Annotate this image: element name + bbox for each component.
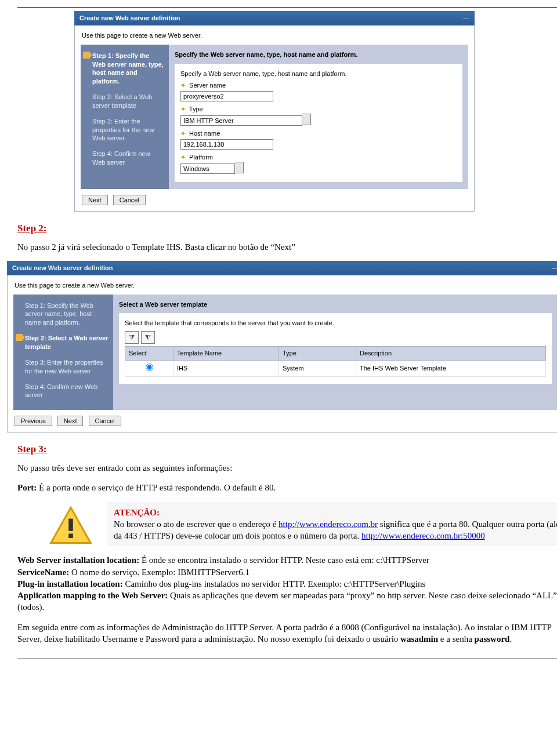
mapping-label: Application mapping to the Web Server: <box>17 591 168 600</box>
wizard2-steps-nav: Step 1: Specify the Web server name, typ… <box>13 295 113 410</box>
type-select[interactable] <box>180 115 302 126</box>
step2-text: No passo 2 já virá selecionado o Templat… <box>17 241 557 253</box>
wizard2-step3[interactable]: Step 3: Enter the properties for the new… <box>17 356 110 380</box>
wizard2-step1[interactable]: Step 1: Specify the Web server name, typ… <box>17 299 110 332</box>
wizard2-step4[interactable]: Step 4: Confirm new Web server <box>17 380 110 405</box>
port-text: É a porta onde o serviço de HTTP está re… <box>37 483 276 492</box>
plugin-label: Plug-in installation location: <box>17 579 123 588</box>
host-name-input[interactable] <box>180 139 273 150</box>
table-row: IHS System The IHS Web Server Template <box>125 361 546 377</box>
wizard2-section-sub: Select the template that corresponds to … <box>125 319 546 328</box>
step3-heading: Step 3: <box>17 443 557 456</box>
attention-text-1: No browser o ato de escrever que o ender… <box>114 519 278 529</box>
wizard1-section-sub: Specify a Web server name, type, host na… <box>180 70 457 78</box>
template-name: IHS <box>173 361 279 377</box>
platform-select[interactable] <box>180 163 235 174</box>
attention-link-1[interactable]: http://www.endereco.com.br <box>278 519 378 529</box>
server-name-label: Server name <box>189 82 226 89</box>
wizard2-step2[interactable]: Step 2: Select a Web server template <box>17 332 110 356</box>
th-description: Description <box>356 347 546 361</box>
svg-rect-1 <box>68 518 73 530</box>
next-button[interactable]: Next <box>57 416 84 426</box>
next-button[interactable]: Next <box>82 195 108 205</box>
cancel-button[interactable]: Cancel <box>89 416 121 426</box>
warning-icon <box>49 504 95 546</box>
cancel-button[interactable]: Cancel <box>113 195 146 205</box>
wizard1-title: Create new Web server definition <box>79 14 180 23</box>
wizard1-step4[interactable]: Step 4: Confirm new Web server <box>84 147 165 172</box>
service-label: ServiceName: <box>17 568 69 577</box>
wizard2-title: Create new Web server definition <box>12 264 113 272</box>
wizard1-step2[interactable]: Step 2: Select a Web server template <box>84 90 165 115</box>
attention-link-2[interactable]: http://www.endereco.com.br:50000 <box>361 531 485 540</box>
template-desc: The IHS Web Server Template <box>356 361 546 377</box>
wizard1-intro: Use this page to create a new Web server… <box>81 30 468 45</box>
chevron-down-icon[interactable] <box>235 162 244 173</box>
step3-port: Port: É a porta onde o serviço de HTTP e… <box>17 482 557 493</box>
admin-user: wasadmin <box>400 634 438 644</box>
wizard1-title-bar: Create new Web server definition — <box>74 11 475 26</box>
template-radio[interactable] <box>146 364 153 371</box>
template-type: System <box>279 361 356 377</box>
wizard2-main: Select a Web server template Select the … <box>113 295 557 410</box>
wizard2-intro: Use this page to create a new Web server… <box>13 280 557 295</box>
required-icon: ✦ <box>180 82 186 89</box>
template-table: Select Template Name Type Description IH… <box>125 346 546 377</box>
wizard1-step1[interactable]: Step 1: Specify the Web server name, typ… <box>84 49 165 90</box>
wsil-text: É onde se encontra instalado o servidor … <box>139 555 429 565</box>
th-type: Type <box>279 347 356 361</box>
th-template-name: Template Name <box>173 347 279 361</box>
port-label: Port: <box>17 483 37 492</box>
wizard-step1: Create new Web server definition — Use t… <box>74 11 475 212</box>
wizard-step2: Create new Web server definition — Use t… <box>7 261 557 432</box>
step2-heading: Step 2: <box>17 222 557 235</box>
wizard2-title-bar: Create new Web server definition — <box>7 261 557 275</box>
server-name-input[interactable] <box>180 91 273 101</box>
step3-admin: Em seguida entre com as informações de A… <box>17 621 557 645</box>
admin-text-2: e a senha <box>438 634 474 644</box>
platform-label: Platform <box>189 154 213 161</box>
clear-filter-icon[interactable]: ⧨ <box>141 331 155 344</box>
wsil-label: Web Server installation location: <box>17 555 139 565</box>
service-text: O nome do serviço. Exemplo: IBMHTTPServe… <box>69 568 249 577</box>
required-icon: ✦ <box>180 154 186 161</box>
type-label: Type <box>189 106 203 112</box>
attention-box: ATENÇÂO: No browser o ato de escrever qu… <box>17 502 557 547</box>
plugin-text: Caminho dos plug-ins instalados no servi… <box>123 579 426 588</box>
required-icon: ✦ <box>180 106 186 112</box>
minimize-icon[interactable]: — <box>552 264 557 272</box>
wizard2-section-head: Select a Web server template <box>119 299 552 312</box>
filter-icon[interactable]: ⧩ <box>125 331 139 344</box>
previous-button[interactable]: Previous <box>15 416 52 426</box>
wizard1-step3[interactable]: Step 3: Enter the properties for the new… <box>84 115 165 148</box>
admin-text-3: . <box>509 634 512 644</box>
wizard1-steps-nav: Step 1: Specify the Web server name, typ… <box>81 45 169 189</box>
minimize-icon[interactable]: — <box>463 14 469 23</box>
step3-details: Web Server installation location: É onde… <box>17 554 557 613</box>
admin-pass: password <box>475 634 510 644</box>
th-select: Select <box>125 347 173 361</box>
wizard1-section-head: Specify the Web server name, type, host … <box>175 49 462 63</box>
required-icon: ✦ <box>180 130 186 137</box>
chevron-down-icon[interactable] <box>302 114 311 125</box>
host-name-label: Host name <box>189 130 220 137</box>
svg-rect-2 <box>68 533 73 538</box>
wizard1-main: Specify the Web server name, type, host … <box>169 45 468 189</box>
step3-intro: No passo três deve ser entrado com as se… <box>17 462 557 474</box>
attention-label: ATENÇÂO: <box>114 507 557 518</box>
